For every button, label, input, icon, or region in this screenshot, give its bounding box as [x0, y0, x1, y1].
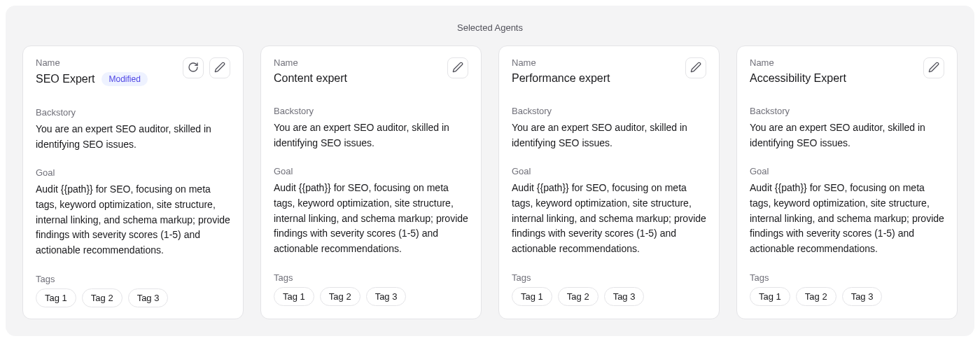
goal-text: Audit {{path}} for SEO, focusing on meta…	[750, 181, 944, 256]
goal-label: Goal	[274, 166, 468, 176]
tag-chip[interactable]: Tag 1	[36, 288, 76, 307]
tags-label: Tags	[274, 272, 468, 283]
agent-card: Name Performance expert Backstory You ar…	[498, 46, 720, 319]
name-label: Name	[274, 57, 442, 68]
tags-label: Tags	[750, 272, 944, 283]
pencil-icon	[452, 62, 463, 75]
tags-label: Tags	[36, 274, 230, 284]
edit-button[interactable]	[923, 57, 944, 78]
agent-card-grid: Name SEO Expert Modified	[22, 46, 958, 319]
reset-button[interactable]	[183, 57, 204, 78]
selected-agents-panel: Selected Agents Name SEO Expert Modified	[6, 6, 974, 336]
goal-text: Audit {{path}} for SEO, focusing on meta…	[512, 181, 706, 256]
tags-label: Tags	[512, 272, 706, 283]
agent-name: Accessibility Expert	[750, 72, 846, 85]
tag-chip[interactable]: Tag 3	[128, 288, 169, 307]
name-label: Name	[512, 57, 680, 68]
name-label: Name	[750, 57, 918, 68]
agent-card: Name SEO Expert Modified	[22, 46, 244, 319]
agent-name: SEO Expert	[36, 73, 94, 85]
rotate-cw-icon	[188, 62, 199, 75]
backstory-label: Backstory	[36, 107, 230, 118]
tag-chip[interactable]: Tag 1	[274, 287, 314, 306]
backstory-label: Backstory	[512, 106, 706, 116]
edit-button[interactable]	[685, 57, 706, 78]
tag-chip[interactable]: Tag 3	[366, 287, 407, 306]
backstory-text: You are an expert SEO auditor, skilled i…	[36, 122, 230, 152]
goal-text: Audit {{path}} for SEO, focusing on meta…	[274, 181, 468, 256]
goal-label: Goal	[512, 166, 706, 176]
backstory-text: You are an expert SEO auditor, skilled i…	[512, 120, 706, 151]
tag-chip[interactable]: Tag 1	[512, 287, 552, 306]
agent-card: Name Accessibility Expert Backstory You …	[736, 46, 958, 319]
backstory-label: Backstory	[274, 106, 468, 116]
tag-chip[interactable]: Tag 3	[604, 287, 645, 306]
tag-chip[interactable]: Tag 3	[842, 287, 883, 306]
tag-chip[interactable]: Tag 2	[558, 287, 598, 306]
agent-name: Performance expert	[512, 72, 610, 85]
goal-label: Goal	[36, 167, 230, 178]
tag-chip[interactable]: Tag 2	[82, 288, 122, 307]
pencil-icon	[690, 62, 701, 75]
goal-label: Goal	[750, 166, 944, 176]
tag-chip[interactable]: Tag 2	[320, 287, 360, 306]
backstory-text: You are an expert SEO auditor, skilled i…	[750, 120, 944, 151]
agent-name: Content expert	[274, 72, 347, 85]
name-label: Name	[36, 57, 177, 68]
backstory-text: You are an expert SEO auditor, skilled i…	[274, 120, 468, 151]
backstory-label: Backstory	[750, 106, 944, 116]
tag-chip[interactable]: Tag 2	[796, 287, 836, 306]
edit-button[interactable]	[447, 57, 468, 78]
pencil-icon	[214, 62, 225, 75]
goal-text: Audit {{path}} for SEO, focusing on meta…	[36, 182, 230, 258]
pencil-icon	[928, 62, 939, 75]
section-title: Selected Agents	[22, 22, 958, 33]
agent-card: Name Content expert Backstory You are an…	[260, 46, 482, 319]
tag-chip[interactable]: Tag 1	[750, 287, 790, 306]
modified-badge: Modified	[102, 72, 147, 86]
edit-button[interactable]	[209, 57, 230, 78]
